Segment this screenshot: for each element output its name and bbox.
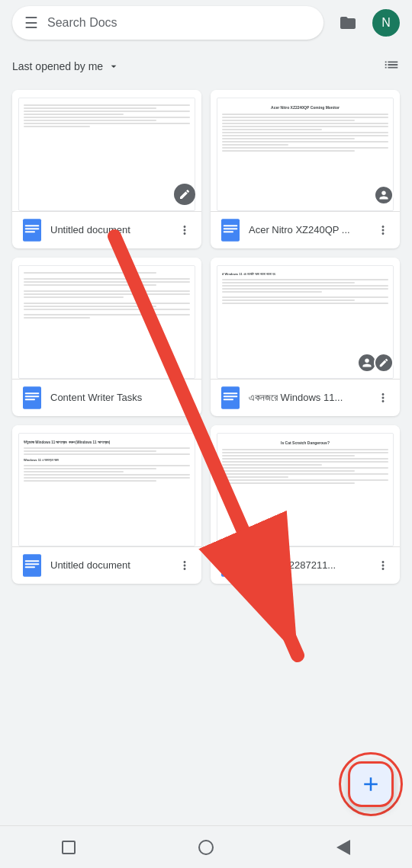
plus-icon bbox=[359, 773, 382, 796]
sort-button[interactable]: Last opened by me bbox=[12, 60, 120, 72]
svg-rect-2 bbox=[25, 228, 40, 229]
doc-title: একনজরে Windows 11... bbox=[249, 392, 368, 405]
docs-icon bbox=[218, 218, 243, 242]
doc-more-button[interactable] bbox=[374, 221, 392, 239]
doc-info: Untitled document bbox=[12, 212, 201, 248]
svg-rect-17 bbox=[25, 560, 40, 562]
svg-rect-1 bbox=[25, 225, 40, 226]
doc-more-button[interactable] bbox=[374, 556, 392, 575]
svg-rect-3 bbox=[25, 231, 35, 232]
folder-button[interactable] bbox=[333, 8, 363, 38]
docs-icon bbox=[20, 218, 44, 242]
svg-rect-16 bbox=[23, 554, 41, 576]
svg-rect-20 bbox=[221, 554, 240, 576]
svg-rect-8 bbox=[23, 386, 41, 408]
square-icon bbox=[62, 841, 76, 854]
avatar[interactable]: N bbox=[372, 9, 400, 37]
doc-thumbnail bbox=[12, 90, 201, 212]
svg-rect-5 bbox=[224, 225, 238, 226]
back-icon bbox=[336, 840, 350, 855]
svg-rect-21 bbox=[224, 560, 238, 562]
svg-rect-14 bbox=[224, 396, 238, 397]
docs-icon bbox=[218, 553, 243, 578]
list-view-button[interactable] bbox=[383, 56, 400, 76]
svg-rect-22 bbox=[224, 563, 238, 565]
svg-rect-9 bbox=[25, 392, 40, 394]
svg-rect-7 bbox=[224, 231, 233, 232]
docs-icon bbox=[20, 553, 44, 578]
svg-rect-0 bbox=[23, 219, 41, 241]
doc-more-button[interactable] bbox=[175, 221, 194, 239]
docs-grid: Untitled document Acer Nitro XZ2240QP Co… bbox=[0, 84, 412, 599]
doc-card[interactable]: Acer Nitro XZ2240QP Coming Monitor bbox=[211, 90, 400, 248]
sort-arrow-icon bbox=[108, 60, 120, 72]
svg-rect-4 bbox=[221, 219, 240, 241]
doc-thumbnail bbox=[12, 258, 201, 380]
sort-label-text: Last opened by me bbox=[12, 60, 103, 72]
sort-bar: Last opened by me bbox=[0, 46, 412, 84]
doc-title: Acer Nitro XZ240QP ... bbox=[249, 224, 368, 237]
doc-thumbnail: Is Cat Scratch Dangerous? bbox=[211, 425, 400, 547]
list-view-icon bbox=[383, 56, 400, 73]
edit-badge bbox=[174, 184, 195, 205]
people-badge bbox=[357, 353, 394, 373]
svg-rect-15 bbox=[224, 399, 233, 400]
search-bar[interactable]: ☰ Search Docs bbox=[12, 6, 323, 40]
doc-info: Acer Nitro XZ240QP ... bbox=[211, 212, 400, 248]
docs-icon bbox=[20, 386, 44, 410]
doc-info: Content Writer Tasks bbox=[12, 380, 201, 416]
doc-thumbnail: উইন্ডোজ Windows 11 আপগ্রেড করুন (Windows… bbox=[12, 425, 201, 547]
docs-icon bbox=[218, 386, 243, 410]
folder-icon bbox=[339, 14, 357, 32]
nav-back-button[interactable] bbox=[325, 829, 362, 866]
new-document-fab[interactable] bbox=[348, 761, 394, 807]
doc-card[interactable]: Untitled document bbox=[12, 90, 201, 248]
svg-rect-12 bbox=[221, 386, 240, 408]
doc-title: stion_2_ 2287211... bbox=[249, 559, 368, 572]
svg-rect-13 bbox=[224, 392, 238, 394]
svg-rect-6 bbox=[224, 228, 238, 229]
header: ☰ Search Docs N bbox=[0, 0, 412, 46]
doc-info: stion_2_ 2287211... bbox=[211, 547, 400, 584]
nav-home-button[interactable] bbox=[188, 829, 224, 866]
doc-thumbnail: if Windows 11 এর মার্কেটে আসা ভালো ভালো … bbox=[211, 258, 400, 380]
svg-rect-19 bbox=[25, 566, 35, 568]
doc-more-button[interactable] bbox=[374, 389, 392, 407]
doc-title: Untitled document bbox=[50, 224, 169, 237]
doc-card[interactable]: উইন্ডোজ Windows 11 আপগ্রেড করুন (Windows… bbox=[12, 425, 201, 584]
doc-more-button[interactable] bbox=[175, 389, 194, 407]
people-badge bbox=[374, 185, 394, 205]
hamburger-icon[interactable]: ☰ bbox=[24, 15, 38, 30]
svg-rect-11 bbox=[25, 399, 35, 400]
search-input[interactable]: Search Docs bbox=[47, 16, 311, 30]
nav-recents-button[interactable] bbox=[50, 829, 87, 866]
svg-rect-18 bbox=[25, 563, 40, 565]
doc-info: Untitled document bbox=[12, 547, 201, 584]
circle-icon bbox=[198, 840, 214, 855]
doc-more-button[interactable] bbox=[175, 556, 194, 575]
svg-rect-10 bbox=[25, 396, 40, 397]
doc-thumbnail: Acer Nitro XZ2240QP Coming Monitor bbox=[211, 90, 400, 212]
doc-card[interactable]: if Windows 11 এর মার্কেটে আসা ভালো ভালো … bbox=[211, 258, 400, 416]
doc-title: Content Writer Tasks bbox=[50, 392, 169, 405]
doc-card[interactable]: Is Cat Scratch Dangerous? bbox=[211, 425, 400, 584]
bottom-nav bbox=[0, 825, 412, 868]
svg-rect-23 bbox=[224, 566, 233, 568]
doc-card[interactable]: Content Writer Tasks bbox=[12, 258, 201, 416]
doc-info: একনজরে Windows 11... bbox=[211, 380, 400, 416]
doc-title: Untitled document bbox=[50, 559, 169, 572]
